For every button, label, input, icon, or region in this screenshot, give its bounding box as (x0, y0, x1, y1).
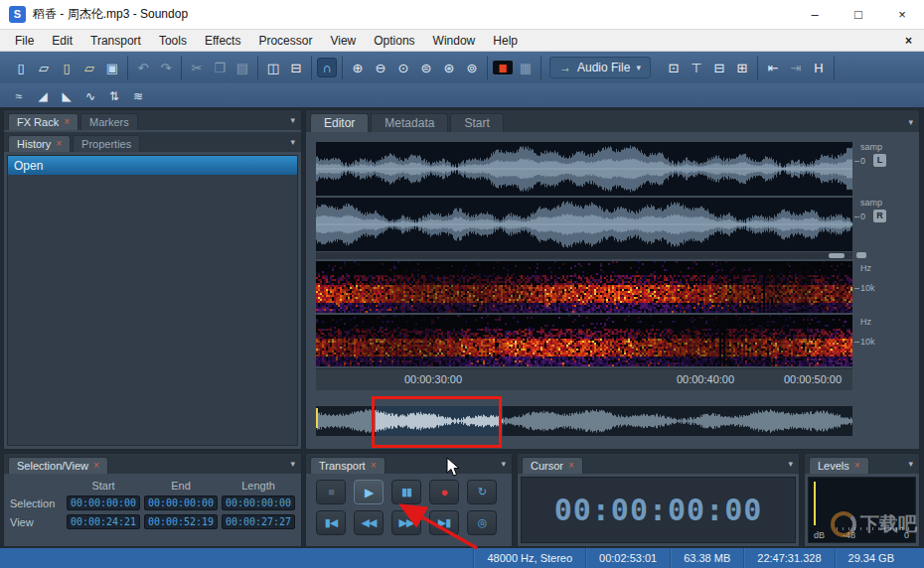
timeline-ruler[interactable]: 00:00:30:00 00:00:40:00 00:00:50:00 (316, 368, 852, 390)
panel-menu-caret-icon[interactable]: ▾ (290, 137, 295, 147)
crossfade-icon[interactable]: ∿ (81, 87, 99, 105)
paste-icon[interactable]: ▤ (232, 58, 252, 77)
audio-file-dropdown[interactable]: → Audio File ▾ (549, 57, 651, 78)
go-next-icon[interactable]: ⇥ (786, 58, 806, 77)
menu-help[interactable]: Help (484, 30, 527, 52)
fit-width-icon[interactable]: H (809, 58, 829, 77)
close-document-icon[interactable]: × (893, 34, 924, 48)
panel-menu-caret-icon[interactable]: ▾ (290, 459, 295, 469)
zoom-selection-icon[interactable]: ⊙ (393, 58, 413, 77)
zoom-in-vertical-icon[interactable]: ⊛ (439, 58, 459, 77)
time-selection-icon[interactable]: ◫ (263, 58, 283, 77)
tab-close-icon[interactable]: × (371, 461, 377, 471)
menu-processor[interactable]: Processor (249, 30, 321, 52)
dock-layout-2-icon[interactable]: ⊤ (687, 58, 706, 77)
spectral-display-icon[interactable]: ▆ (493, 61, 513, 74)
horizontal-scrollbar[interactable] (316, 252, 852, 259)
transport-stop-button[interactable]: ■ (316, 480, 346, 504)
tab-close-icon[interactable]: × (568, 461, 574, 471)
scrollbar-handle[interactable] (829, 253, 845, 258)
end-value[interactable]: 00:00:00:00 (144, 496, 218, 510)
length-value[interactable]: 00:00:00:00 (222, 496, 295, 510)
panel-menu-caret-icon[interactable]: ▾ (290, 115, 295, 125)
object-selection-icon[interactable]: ⊟ (286, 58, 306, 77)
length-value[interactable]: 00:00:27:27 (222, 514, 295, 529)
spectrogram-left-channel[interactable] (316, 261, 852, 313)
history-item-open[interactable]: Open (8, 156, 297, 175)
waveform-right-channel[interactable] (316, 198, 852, 251)
copy-icon[interactable]: ❐ (210, 58, 230, 77)
rewind-icon: ◀◀ (362, 517, 377, 528)
open-file-icon[interactable]: ▱ (34, 58, 54, 77)
tab-markers[interactable]: Markers (80, 113, 138, 130)
start-value[interactable]: 00:00:00:00 (67, 496, 140, 510)
tab-history[interactable]: History × (8, 135, 71, 152)
left-channel-badge[interactable]: L (873, 154, 886, 167)
menu-transport[interactable]: Transport (81, 30, 150, 52)
edit-toolbar: ≈◢◣∿⇅≋ (0, 83, 924, 107)
transport-play-button[interactable]: ▶ (354, 480, 384, 504)
open-session-icon[interactable]: ▱ (79, 58, 99, 77)
start-value[interactable]: 00:00:24:21 (67, 514, 140, 529)
vertical-zoom-handle[interactable] (856, 252, 866, 258)
smooth-icon[interactable]: ≋ (129, 87, 147, 105)
zoom-out-vertical-icon[interactable]: ⊚ (462, 58, 482, 77)
fade-out-icon[interactable]: ◣ (58, 87, 76, 105)
end-value[interactable]: 00:00:52:19 (144, 514, 218, 529)
tab-levels[interactable]: Levels × (809, 457, 869, 474)
envelope-icon[interactable]: ≈ (10, 87, 28, 105)
editor-menu-caret-icon[interactable]: ▾ (908, 117, 913, 127)
zoom-in-icon[interactable]: ⊕ (348, 58, 368, 77)
tab-editor[interactable]: Editor (310, 113, 369, 132)
undo-icon[interactable]: ↶ (133, 58, 153, 77)
dock-layout-1-icon[interactable]: ⊡ (664, 58, 684, 77)
tab-selection-view[interactable]: Selection/View × (8, 457, 108, 474)
menu-window[interactable]: Window (424, 30, 485, 52)
panel-menu-caret-icon[interactable]: ▾ (908, 459, 913, 469)
tab-close-icon[interactable]: × (854, 461, 860, 471)
app-logo-icon: S (9, 6, 26, 23)
zoom-full-icon[interactable]: ⊜ (416, 58, 436, 77)
fade-in-icon[interactable]: ◢ (34, 87, 52, 105)
menu-tools[interactable]: Tools (150, 30, 196, 52)
nudge-icon[interactable]: ⇅ (105, 87, 123, 105)
panel-menu-caret-icon[interactable]: ▾ (788, 459, 793, 469)
panel-menu-caret-icon[interactable]: ▾ (501, 459, 506, 469)
menu-bar: FileEditTransportToolsEffectsProcessorVi… (0, 30, 924, 52)
cut-icon[interactable]: ✂ (187, 58, 207, 77)
maximize-button[interactable]: □ (837, 0, 880, 29)
menu-edit[interactable]: Edit (43, 30, 81, 52)
status-free-space: 29.34 GB (835, 548, 924, 568)
scale-max-label: 0 (904, 530, 909, 540)
right-channel-badge[interactable]: R (873, 210, 886, 222)
tab-fx-rack[interactable]: FX Rack × (8, 113, 78, 130)
menu-effects[interactable]: Effects (196, 30, 249, 52)
tab-close-icon[interactable]: × (56, 139, 62, 149)
close-button[interactable]: × (880, 0, 924, 29)
menu-file[interactable]: File (6, 30, 43, 52)
transport-go-to-start-button[interactable]: ▮◀ (316, 510, 346, 535)
dock-layout-3-icon[interactable]: ⊟ (709, 58, 729, 77)
dock-layout-4-icon[interactable]: ⊞ (732, 58, 752, 77)
menu-view[interactable]: View (321, 30, 365, 52)
save-icon[interactable]: ▣ (102, 58, 122, 77)
waveform-left-channel[interactable] (316, 142, 852, 196)
tab-close-icon[interactable]: × (64, 117, 70, 127)
spectrogram-right-channel[interactable] (316, 315, 852, 366)
minimize-button[interactable]: – (793, 0, 837, 29)
tab-cursor[interactable]: Cursor × (522, 457, 583, 474)
menu-options[interactable]: Options (365, 30, 423, 52)
tab-start[interactable]: Start (450, 113, 503, 132)
new-session-icon[interactable]: ▯ (57, 58, 77, 77)
group-display-icon[interactable]: ▦ (516, 58, 536, 77)
tab-close-icon[interactable]: × (93, 461, 99, 471)
go-previous-icon[interactable]: ⇤ (763, 58, 783, 77)
redo-icon[interactable]: ↷ (156, 58, 176, 77)
tab-transport[interactable]: Transport × (310, 457, 385, 474)
new-file-icon[interactable]: ▯ (11, 58, 31, 77)
tab-properties[interactable]: Properties (73, 135, 140, 152)
transport-rewind-button[interactable]: ◀◀ (354, 510, 384, 535)
tab-metadata[interactable]: Metadata (371, 113, 448, 132)
snap-icon[interactable]: ∩ (317, 58, 337, 77)
zoom-out-icon[interactable]: ⊖ (371, 58, 390, 77)
